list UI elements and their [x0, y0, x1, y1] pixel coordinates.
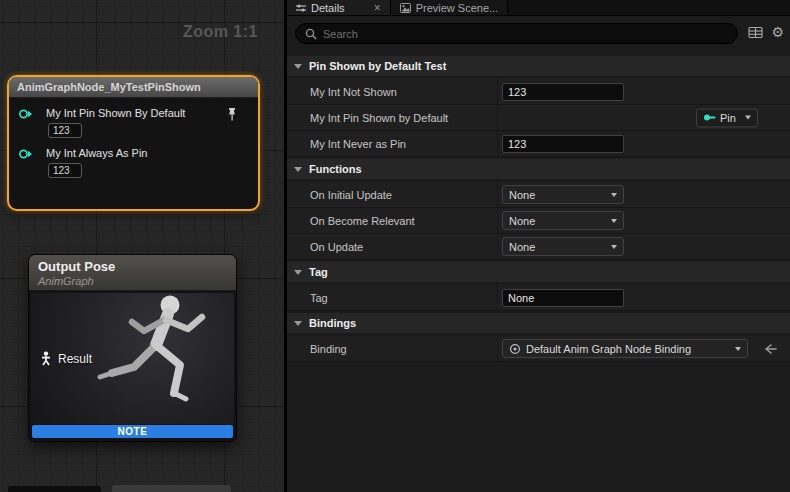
- chevron-down-icon: [745, 116, 751, 120]
- partial-node-fragment[interactable]: [8, 486, 101, 492]
- section-tag: Tag Tag: [287, 262, 790, 311]
- property-sections: Pin Shown by Default Test My Int Not Sho…: [287, 56, 790, 362]
- pin-label: My Int Pin Shown By Default: [46, 107, 248, 119]
- property-row: On Initial Update None: [287, 182, 790, 208]
- partial-node-fragment[interactable]: [112, 485, 231, 492]
- chevron-down-icon: [611, 193, 617, 197]
- goto-binding-arrow-icon[interactable]: [763, 343, 777, 354]
- tab-preview-scene-label: Preview Scene...: [416, 2, 499, 14]
- category-header[interactable]: Pin Shown by Default Test: [287, 56, 790, 76]
- chevron-down-icon[interactable]: [294, 270, 302, 275]
- output-node-header[interactable]: Output Pose AnimGraph: [29, 255, 236, 291]
- preview-scene-tab-icon: [400, 3, 411, 13]
- search-icon: [305, 28, 317, 40]
- chevron-down-icon[interactable]: [294, 167, 302, 172]
- category-header[interactable]: Tag: [287, 262, 790, 282]
- details-tab-icon: [296, 3, 306, 13]
- binding-icon: [509, 343, 521, 355]
- display-grid-icon[interactable]: [748, 26, 763, 39]
- details-toolbar: ⚙: [748, 25, 784, 39]
- tab-details-label: Details: [311, 2, 345, 14]
- property-row: On Update None: [287, 234, 790, 260]
- output-node-subtitle: AnimGraph: [38, 275, 227, 287]
- my-int-never-as-pin-input[interactable]: [502, 135, 624, 153]
- my-int-not-shown-input[interactable]: [502, 83, 624, 101]
- close-tab-icon[interactable]: ×: [374, 2, 381, 14]
- chevron-down-icon[interactable]: [294, 321, 302, 326]
- int-pin-icon[interactable]: [18, 108, 33, 120]
- int-pin-icon[interactable]: [18, 148, 33, 160]
- chevron-down-icon: [611, 219, 617, 223]
- property-label: Binding: [287, 336, 498, 361]
- gear-icon[interactable]: ⚙: [771, 25, 784, 39]
- dropdown-value: None: [509, 215, 603, 227]
- output-node-title: Output Pose: [38, 259, 227, 274]
- chevron-down-icon: [735, 347, 741, 351]
- section-functions: Functions On Initial Update None On Beco…: [287, 159, 790, 260]
- tab-preview-scene[interactable]: Preview Scene...: [391, 0, 509, 15]
- pin-visibility-dropdown[interactable]: Pin: [696, 108, 758, 127]
- property-label: My Int Never as Pin: [287, 131, 498, 156]
- dropdown-value: Default Anim Graph Node Binding: [526, 343, 726, 355]
- on-become-relevant-dropdown[interactable]: None: [502, 211, 624, 230]
- property-label: On Update: [287, 234, 498, 259]
- pin-label: My Int Always As Pin: [46, 147, 248, 159]
- dropdown-value: None: [509, 241, 603, 253]
- dropdown-value: Pin: [720, 112, 737, 124]
- tab-bar: Details × Preview Scene...: [287, 0, 790, 16]
- unreal-editor: Zoom 1:1 AnimGraphNode_MyTestPinShown My…: [0, 0, 790, 492]
- on-update-dropdown[interactable]: None: [502, 237, 624, 256]
- zoom-level-label: Zoom 1:1: [183, 23, 258, 41]
- property-row: On Become Relevant None: [287, 208, 790, 234]
- property-label: On Become Relevant: [287, 208, 498, 233]
- property-row: My Int Not Shown: [287, 79, 790, 105]
- dropdown-value: None: [509, 189, 603, 201]
- pin-row: My Int Always As Pin 123: [18, 147, 248, 178]
- property-label: My Int Not Shown: [287, 79, 498, 104]
- chevron-down-icon: [611, 245, 617, 249]
- category-title: Pin Shown by Default Test: [309, 60, 446, 72]
- search-input[interactable]: [323, 28, 728, 40]
- property-label: My Int Pin Shown by Default: [287, 105, 498, 130]
- binding-dropdown[interactable]: Default Anim Graph Node Binding: [502, 339, 748, 358]
- node-title[interactable]: AnimGraphNode_MyTestPinShown: [9, 77, 258, 98]
- running-mannequin-figure: [82, 293, 232, 423]
- anim-graph-canvas[interactable]: Zoom 1:1 AnimGraphNode_MyTestPinShown My…: [0, 0, 284, 492]
- category-title: Functions: [309, 163, 362, 175]
- section-bindings: Bindings Binding Default Anim Graph Node…: [287, 313, 790, 362]
- result-pin[interactable]: Result: [40, 351, 92, 366]
- result-pin-label: Result: [58, 352, 92, 366]
- anim-graph-test-node[interactable]: AnimGraphNode_MyTestPinShown My Int Pin …: [7, 75, 260, 211]
- pin-thumbtack-icon[interactable]: [226, 107, 238, 122]
- output-pose-node[interactable]: Output Pose AnimGraph: [28, 254, 237, 442]
- pin-icon: [703, 113, 716, 123]
- section-pin-shown-by-default-test: Pin Shown by Default Test My Int Not Sho…: [287, 56, 790, 157]
- search-bar[interactable]: [295, 23, 738, 44]
- note-badge: NOTE: [32, 425, 233, 438]
- property-row: My Int Pin Shown by Default Pin: [287, 105, 790, 131]
- tab-details[interactable]: Details ×: [287, 0, 391, 15]
- pose-pin-person-icon: [40, 351, 52, 366]
- pin-value-box[interactable]: 123: [48, 163, 82, 178]
- category-title: Tag: [309, 266, 328, 278]
- category-header[interactable]: Functions: [287, 159, 790, 179]
- property-row: Tag: [287, 285, 790, 311]
- category-header[interactable]: Bindings: [287, 313, 790, 333]
- on-initial-update-dropdown[interactable]: None: [502, 185, 624, 204]
- details-panel: Details × Preview Scene...: [287, 0, 790, 492]
- property-label: On Initial Update: [287, 182, 498, 207]
- chevron-down-icon[interactable]: [294, 64, 302, 69]
- tag-input[interactable]: [502, 289, 624, 307]
- pin-row: My Int Pin Shown By Default 123: [18, 107, 248, 138]
- property-label: Tag: [287, 285, 498, 310]
- property-row: My Int Never as Pin: [287, 131, 790, 157]
- category-title: Bindings: [309, 317, 356, 329]
- property-row: Binding Default Anim Graph Node Binding: [287, 336, 790, 362]
- pin-value-box[interactable]: 123: [48, 123, 82, 138]
